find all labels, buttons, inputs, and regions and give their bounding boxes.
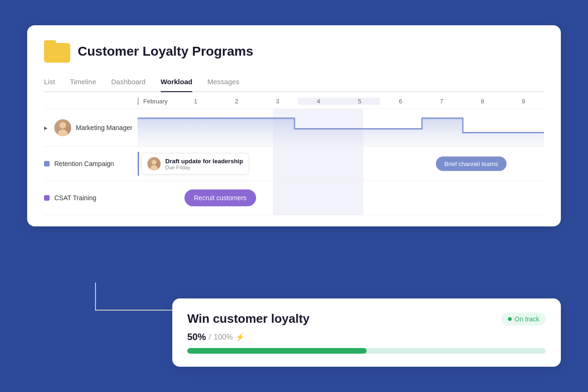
date-header: February 1 2 3 4 5 6 7 8 9 — [44, 92, 544, 109]
avatar-marketing — [54, 119, 71, 136]
csat-highlight — [273, 181, 363, 215]
tab-list[interactable]: List — [44, 74, 55, 91]
bottom-card-header: Win customer loyalty On track — [187, 312, 546, 326]
progress-bar-fill — [187, 348, 367, 354]
page-background: Customer Loyalty Programs List Timeline … — [13, 11, 575, 381]
row-label-marketing: ▶ Marketing Manager — [44, 119, 138, 136]
brief-channel-teams-button[interactable]: Brief channel teams — [436, 157, 507, 171]
status-text: On track — [514, 315, 539, 323]
date-col-5: 5 — [339, 98, 380, 105]
draft-task-title: Draft update for leadership — [165, 158, 243, 165]
date-col-3: 3 — [257, 98, 298, 105]
progress-info: 50% / 100% ⚡ — [187, 332, 546, 342]
task-card-draft[interactable]: Draft update for leadership Due Friday — [141, 153, 249, 174]
date-col-4: 4 — [298, 98, 339, 105]
month-label: February — [143, 98, 168, 105]
marketing-manager-label: Marketing Manager — [76, 124, 132, 131]
draft-task-due: Due Friday — [165, 165, 243, 170]
retention-highlight — [273, 147, 363, 181]
task-avatar-draft — [147, 157, 161, 170]
workload-grid: February 1 2 3 4 5 6 7 8 9 ▶ — [44, 92, 544, 215]
row-retention-campaign: Retention Campaign — [44, 147, 544, 181]
connector-vertical — [95, 283, 96, 311]
status-dot-icon — [508, 317, 512, 321]
retention-campaign-label: Retention Campaign — [54, 160, 114, 167]
left-border — [138, 152, 139, 176]
row-label-csat: CSAT Training — [44, 194, 138, 202]
recruit-customers-button[interactable]: Recruit customers — [184, 189, 256, 206]
progress-bar-container — [187, 348, 546, 354]
chevron-right-icon[interactable]: ▶ — [44, 125, 48, 131]
date-col-6: 6 — [380, 98, 421, 105]
status-badge: On track — [501, 312, 546, 326]
card-header: Customer Loyalty Programs — [44, 40, 544, 63]
tab-timeline[interactable]: Timeline — [70, 74, 96, 91]
date-col-8: 8 — [462, 98, 503, 105]
progress-divider: / — [209, 333, 211, 341]
tab-workload[interactable]: Workload — [161, 74, 192, 91]
tab-bar: List Timeline Dashboard Workload Message… — [44, 74, 544, 92]
lightning-icon: ⚡ — [235, 333, 245, 341]
tab-dashboard[interactable]: Dashboard — [111, 74, 145, 91]
csat-training-label: CSAT Training — [54, 194, 96, 202]
retention-tasks-area: Draft update for leadership Due Friday B… — [138, 147, 544, 181]
date-col-9: 9 — [503, 98, 544, 105]
row-label-retention: Retention Campaign — [44, 160, 138, 167]
csat-color-dot — [44, 195, 50, 201]
marketing-chart-area — [138, 109, 544, 146]
folder-icon — [44, 40, 70, 63]
row-marketing-manager: ▶ Marketing Manager — [44, 109, 544, 147]
row-csat-training: CSAT Training Recruit customers — [44, 181, 544, 215]
progress-total: 100% — [213, 333, 233, 341]
workload-chart — [138, 109, 544, 146]
bottom-loyalty-card: Win customer loyalty On track 50% / 100%… — [172, 298, 561, 367]
tab-messages[interactable]: Messages — [207, 74, 239, 91]
task-info-draft: Draft update for leadership Due Friday — [165, 158, 243, 170]
date-col-1: 1 — [175, 98, 216, 105]
progress-current: 50% — [187, 332, 206, 342]
main-workload-card: Customer Loyalty Programs List Timeline … — [27, 25, 561, 226]
date-col-7: 7 — [421, 98, 462, 105]
card-title: Customer Loyalty Programs — [78, 44, 253, 59]
csat-tasks-area: Recruit customers — [138, 181, 544, 215]
loyalty-title: Win customer loyalty — [187, 312, 309, 326]
retention-color-dot — [44, 161, 50, 167]
date-col-2: 2 — [216, 98, 257, 105]
